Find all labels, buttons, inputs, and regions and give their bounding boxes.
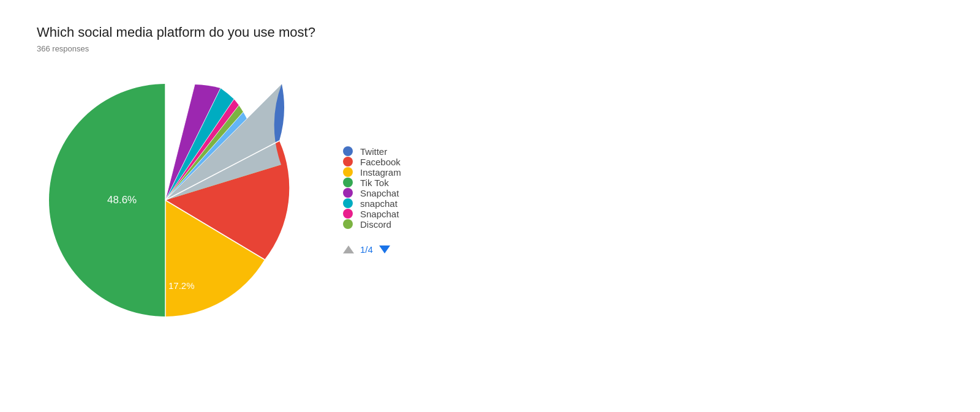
legend-dot-5 xyxy=(343,198,353,208)
legend-dot-6 xyxy=(343,209,353,219)
chart-container: Which social media platform do you use m… xyxy=(37,24,943,329)
legend-label-0: Twitter xyxy=(360,146,387,157)
legend-dot-1 xyxy=(343,157,353,167)
chart-title: Which social media platform do you use m… xyxy=(37,24,943,40)
legend-label-2: Instagram xyxy=(360,167,401,178)
legend-item-1: Facebook xyxy=(343,157,478,167)
legend-label-4: Snapchat xyxy=(360,188,399,198)
chart-body: 48.6% 17.2% TwitterFacebookInstagramTik … xyxy=(37,72,943,329)
legend-label-1: Facebook xyxy=(360,157,401,167)
chart-legend: TwitterFacebookInstagramTik TokSnapchats… xyxy=(343,146,478,255)
legend-dot-7 xyxy=(343,219,353,229)
legend-item-2: Instagram xyxy=(343,167,478,178)
legend-item-3: Tik Tok xyxy=(343,178,478,188)
legend-label-7: Discord xyxy=(360,219,391,230)
legend-dot-3 xyxy=(343,178,353,187)
instagram-label: 17.2% xyxy=(168,280,195,291)
pie-chart: 48.6% 17.2% xyxy=(37,72,294,329)
legend-item-7: Discord xyxy=(343,219,478,230)
legend-label-5: snapchat xyxy=(360,198,398,209)
legend-dot-0 xyxy=(343,146,353,156)
legend-item-5: snapchat xyxy=(343,198,478,209)
legend-pagination: 1/4 xyxy=(343,244,478,255)
chart-subtitle: 366 responses xyxy=(37,44,943,53)
legend-item-0: Twitter xyxy=(343,146,478,157)
pagination-prev-button[interactable] xyxy=(343,245,354,253)
legend-item-4: Snapchat xyxy=(343,188,478,198)
tiktok-label: 48.6% xyxy=(107,194,137,206)
legend-item-6: Snapchat xyxy=(343,209,478,219)
legend-label-6: Snapchat xyxy=(360,209,399,219)
pagination-label: 1/4 xyxy=(360,244,373,255)
pagination-next-button[interactable] xyxy=(379,245,390,253)
legend-items: TwitterFacebookInstagramTik TokSnapchats… xyxy=(343,146,478,230)
legend-dot-2 xyxy=(343,167,353,177)
legend-label-3: Tik Tok xyxy=(360,178,389,188)
legend-dot-4 xyxy=(343,188,353,198)
